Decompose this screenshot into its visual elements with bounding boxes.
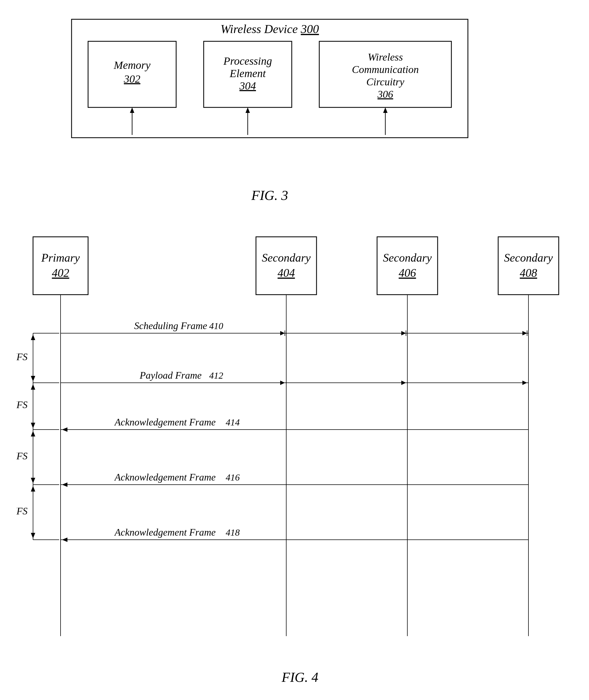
fig3-caption: FIG. 3	[55, 187, 484, 203]
svg-marker-72	[62, 427, 67, 432]
svg-text:Processing: Processing	[223, 55, 272, 67]
svg-rect-23	[256, 237, 317, 295]
svg-marker-79	[31, 431, 35, 436]
svg-text:302: 302	[124, 73, 140, 85]
svg-text:SIFS: SIFS	[16, 399, 27, 410]
fig4-section: Primary 402 Secondary 404 Secondary 406 …	[16, 229, 584, 685]
svg-text:Wireless: Wireless	[368, 51, 403, 63]
svg-text:Scheduling Frame: Scheduling Frame	[134, 320, 207, 331]
svg-text:306: 306	[377, 89, 393, 100]
svg-marker-85	[62, 482, 67, 487]
svg-marker-64	[31, 423, 35, 428]
svg-marker-55	[401, 381, 406, 385]
svg-marker-56	[523, 381, 527, 385]
svg-text:Circuitry: Circuitry	[366, 76, 404, 88]
svg-text:Acknowledgement Frame: Acknowledgement Frame	[114, 472, 216, 483]
svg-text:Payload Frame: Payload Frame	[140, 370, 202, 381]
svg-marker-92	[31, 486, 35, 492]
svg-text:410: 410	[209, 321, 223, 331]
svg-text:Communication: Communication	[352, 63, 419, 75]
svg-text:416: 416	[226, 472, 240, 482]
svg-text:Memory: Memory	[114, 59, 151, 71]
svg-marker-17	[245, 107, 250, 113]
svg-text:Acknowledgement Frame: Acknowledgement Frame	[114, 527, 216, 538]
svg-rect-26	[377, 237, 438, 295]
svg-marker-65	[31, 384, 35, 390]
svg-text:SIFS: SIFS	[16, 352, 27, 363]
sequence-diagram: Primary 402 Secondary 404 Secondary 406 …	[16, 229, 578, 658]
svg-text:SIFS: SIFS	[16, 506, 27, 517]
fig4-caption: FIG. 4	[16, 669, 584, 685]
svg-text:408: 408	[520, 267, 537, 279]
svg-marker-98	[62, 538, 67, 542]
svg-marker-50	[31, 376, 35, 381]
svg-text:402: 402	[52, 267, 69, 279]
svg-rect-20	[33, 237, 88, 295]
svg-text:Primary: Primary	[41, 251, 80, 264]
svg-text:418: 418	[226, 527, 240, 538]
svg-marker-54	[280, 381, 285, 385]
svg-text:304: 304	[239, 80, 256, 92]
svg-marker-40	[280, 331, 285, 335]
svg-marker-41	[401, 331, 406, 335]
svg-marker-15	[130, 107, 134, 113]
svg-text:SIFS: SIFS	[16, 450, 27, 461]
svg-text:Secondary: Secondary	[383, 251, 432, 264]
svg-text:Acknowledgement Frame: Acknowledgement Frame	[114, 417, 216, 428]
fig3-section: Wireless Device 300 Memory 302 Processin…	[55, 16, 484, 203]
svg-marker-51	[31, 334, 35, 340]
svg-text:406: 406	[399, 267, 416, 279]
svg-text:412: 412	[209, 370, 223, 381]
svg-marker-19	[383, 107, 388, 113]
svg-marker-78	[31, 478, 35, 483]
svg-rect-29	[498, 237, 559, 295]
svg-text:414: 414	[226, 417, 240, 427]
svg-text:Secondary: Secondary	[262, 251, 311, 264]
svg-text:404: 404	[278, 267, 295, 279]
svg-text:Secondary: Secondary	[504, 251, 553, 264]
svg-text:Element: Element	[229, 67, 266, 80]
svg-text:Wireless Device 300: Wireless Device 300	[220, 22, 319, 36]
svg-marker-91	[31, 533, 35, 538]
svg-marker-42	[523, 331, 527, 335]
